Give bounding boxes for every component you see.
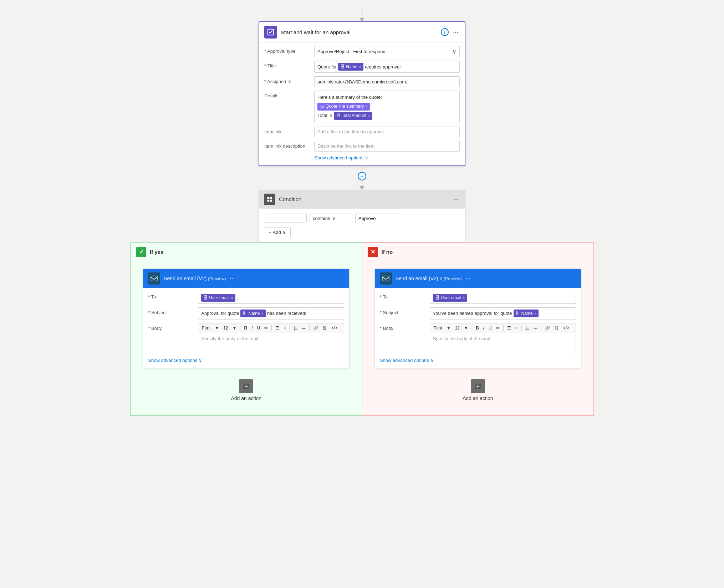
- total-amount-token-close[interactable]: ×: [368, 113, 370, 119]
- font-size-dropdown-yes[interactable]: ▼: [231, 325, 238, 331]
- name-token-title: 🗄 Name ×: [338, 63, 363, 71]
- list-ul-btn-no[interactable]: ☰: [506, 325, 513, 331]
- chevron-down-no-advanced: ∨: [430, 358, 434, 363]
- plus-icon: +: [269, 230, 271, 235]
- show-advanced-email-yes[interactable]: Show advanced options ∨: [148, 358, 344, 363]
- add-label: Add: [273, 230, 281, 235]
- add-action-yes-button[interactable]: Add an action: [231, 379, 261, 401]
- email-yes-card: Send an email (V2) (Preview) ··· To 🗄: [143, 269, 350, 368]
- outcome-token-close[interactable]: ×: [295, 216, 297, 220]
- info-icon[interactable]: i: [441, 28, 449, 36]
- bold-btn-yes[interactable]: B: [243, 325, 249, 331]
- email-yes-to-semicolon: ;: [237, 295, 238, 300]
- operator-value: contains: [313, 216, 330, 221]
- italic-btn-no[interactable]: I: [482, 325, 486, 331]
- align-right-btn-yes[interactable]: ⬰: [300, 325, 307, 331]
- pen-btn-no[interactable]: ✏: [495, 325, 501, 331]
- subject-no-content: You've been denied approval for quote 🗄 …: [433, 310, 539, 317]
- unlink-btn-no[interactable]: ⛓: [553, 325, 560, 331]
- subject-yes-content: Approval for quote 🗄 Name × has been rec…: [201, 310, 306, 317]
- assigned-to-row: Assigned to administrator@BASDemo.onmicr…: [264, 76, 460, 87]
- email-no-subject-input[interactable]: You've been denied approval for quote 🗄 …: [430, 307, 576, 319]
- details-input[interactable]: Here's a summary of the quote: {x} Quote…: [314, 91, 460, 123]
- email-no-icon: [380, 272, 392, 285]
- operator-select[interactable]: contains ∨: [310, 214, 352, 223]
- font-select-yes[interactable]: Font: [200, 325, 212, 331]
- email-yes-menu-button[interactable]: ···: [229, 275, 235, 282]
- outcome-token[interactable]: ✓ Outcome ×: [264, 214, 307, 223]
- email-no-body-area[interactable]: Specify the body of the mail: [430, 333, 576, 354]
- quote-line-token-close[interactable]: ×: [365, 103, 367, 110]
- italic-btn-yes[interactable]: I: [250, 325, 254, 331]
- underline-btn-no[interactable]: U: [487, 325, 493, 331]
- font-size-dropdown-no[interactable]: ▼: [463, 325, 470, 331]
- underline-btn-yes[interactable]: U: [255, 325, 261, 331]
- code-btn-no[interactable]: </>: [562, 325, 571, 331]
- link-btn-no[interactable]: 🔗: [544, 325, 552, 331]
- bold-btn-no[interactable]: B: [474, 325, 480, 331]
- add-action-no-button[interactable]: Add an action: [463, 379, 493, 401]
- show-advanced-email-no[interactable]: Show advanced options ∨: [380, 358, 576, 363]
- approval-type-row: Approval type Approve/Reject - First to …: [264, 46, 460, 57]
- link-btn-yes[interactable]: 🔗: [312, 325, 320, 331]
- email-yes-to-input[interactable]: 🗄 User email × ;: [198, 292, 344, 304]
- user-email-token-yes-close[interactable]: ×: [231, 296, 233, 300]
- approval-type-select[interactable]: Approve/Reject - First to respond ∨: [314, 46, 460, 57]
- list-ol-btn-yes[interactable]: ≡: [282, 325, 287, 331]
- details-line1: Here's a summary of the quote:: [317, 94, 382, 101]
- email-no-to-input[interactable]: 🗄 User email × ;: [430, 292, 576, 304]
- email-no-card: Send an email (V2) 2 (Preview) ··· To 🗄: [374, 269, 581, 368]
- font-dropdown-icon-yes[interactable]: ▼: [213, 325, 220, 331]
- name-token-yes-subject-close[interactable]: ×: [261, 311, 264, 316]
- add-condition-button[interactable]: + Add ∨: [264, 227, 291, 237]
- details-label: Details: [264, 91, 314, 98]
- quote-line-token: {x} Quote line summary ×: [317, 103, 370, 111]
- email-yes-body-area[interactable]: Specify the body of the mail: [198, 333, 344, 354]
- email-no-title: Send an email (V2) 2: [396, 276, 443, 281]
- email-no-subject-label: Subject: [380, 307, 430, 315]
- canvas: Start and wait for an approval i ··· App…: [0, 0, 724, 423]
- plus-button[interactable]: +: [358, 172, 366, 180]
- approval-card-title: Start and wait for an approval: [281, 29, 437, 35]
- title-token-close[interactable]: ×: [359, 65, 361, 69]
- details-row: Details Here's a summary of the quote: {…: [264, 91, 460, 123]
- pen-btn-yes[interactable]: ✏: [263, 325, 269, 331]
- item-link-input[interactable]: Add a link to the item to approve: [314, 127, 460, 137]
- user-email-token-no-close[interactable]: ×: [463, 296, 465, 300]
- email-yes-body-placeholder: Specify the body of the mail: [201, 336, 258, 341]
- unlink-btn-yes[interactable]: ⛓: [321, 325, 328, 331]
- title-content: Quote for 🗄 Name × requires approval: [317, 63, 401, 71]
- font-select-no[interactable]: Font: [432, 325, 444, 331]
- align-left-btn-yes[interactable]: ⬱: [292, 325, 299, 331]
- font-dropdown-icon-no[interactable]: ▼: [445, 325, 452, 331]
- sep2: [271, 325, 272, 331]
- list-ol-btn-no[interactable]: ≡: [514, 325, 519, 331]
- name-token-no-subject-close[interactable]: ×: [534, 311, 536, 316]
- align-right-btn-no[interactable]: ⬰: [532, 325, 539, 331]
- assigned-to-input[interactable]: administrator@BASDemo.onmicrosoft.com;: [314, 76, 460, 87]
- font-size-no[interactable]: 12: [454, 325, 461, 331]
- code-btn-yes[interactable]: </>: [330, 325, 339, 331]
- condition-menu-button[interactable]: ···: [452, 195, 460, 204]
- item-link-placeholder: Add a link to the item to approve: [317, 129, 384, 134]
- email-yes-icon: [148, 272, 160, 285]
- align-left-btn-no[interactable]: ⬱: [524, 325, 531, 331]
- font-size-yes[interactable]: 12: [222, 325, 229, 331]
- email-no-body-label: Body: [380, 323, 430, 331]
- email-yes-subject-label: Subject: [148, 307, 198, 315]
- approval-menu-button[interactable]: ···: [452, 28, 460, 37]
- show-advanced-no-label: Show advanced options: [380, 358, 429, 363]
- show-advanced-approval[interactable]: Show advanced options ∨: [314, 155, 460, 160]
- item-link-desc-input[interactable]: Describe the link to the item: [314, 141, 460, 152]
- chevron-down-operator: ∨: [332, 216, 336, 221]
- condition-value-input[interactable]: [355, 214, 405, 223]
- approval-card: Start and wait for an approval i ··· App…: [259, 21, 465, 166]
- plus-connector[interactable]: +: [358, 166, 366, 190]
- email-yes-subject-input[interactable]: Approval for quote 🗄 Name × has been rec…: [198, 307, 344, 319]
- svg-rect-2: [267, 200, 269, 202]
- add-action-no-label: Add an action: [463, 395, 493, 401]
- title-input[interactable]: Quote for 🗄 Name × requires approval: [314, 61, 460, 73]
- item-link-desc-placeholder: Describe the link to the item: [317, 143, 374, 149]
- email-no-menu-button[interactable]: ···: [465, 275, 471, 282]
- list-ul-btn-yes[interactable]: ☰: [274, 325, 281, 331]
